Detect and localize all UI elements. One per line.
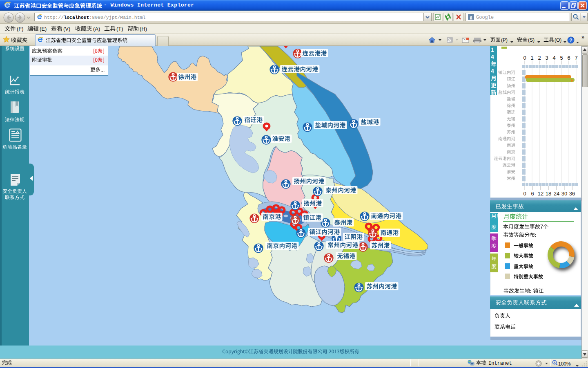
svg-text:?: ? [569, 38, 572, 43]
svg-text:g: g [470, 14, 472, 20]
